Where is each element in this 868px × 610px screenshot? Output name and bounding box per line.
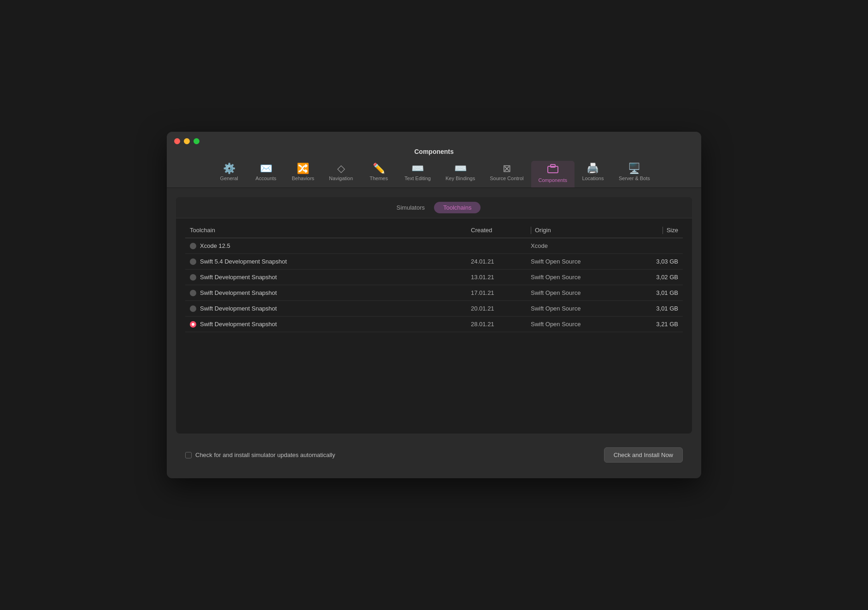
window-title: Components bbox=[414, 148, 454, 155]
toolbar-item-locations[interactable]: 🖨️ Locations bbox=[575, 161, 611, 188]
radio-indicator[interactable] bbox=[190, 243, 196, 249]
row-name-cell: Swift Development Snapshot bbox=[190, 289, 471, 296]
toolbar-item-key-bindings[interactable]: ⌨️ Key Bindings bbox=[438, 161, 482, 188]
auto-update-checkbox[interactable] bbox=[185, 452, 192, 458]
footer-bar: Check for and install simulator updates … bbox=[176, 441, 692, 469]
toolbar-item-text-editing[interactable]: ⌨️ Text Editing bbox=[397, 161, 438, 188]
radio-indicator[interactable] bbox=[190, 305, 196, 312]
locations-icon: 🖨️ bbox=[586, 164, 599, 174]
row-name-cell: Swift Development Snapshot bbox=[190, 321, 471, 328]
accounts-icon: ✉️ bbox=[260, 164, 272, 174]
behaviors-icon: 🔀 bbox=[297, 164, 309, 174]
radio-indicator-active[interactable] bbox=[190, 321, 196, 328]
table-row[interactable]: Swift Development Snapshot 13.01.21 Swif… bbox=[185, 270, 683, 285]
row-name-cell: Xcode 12.5 bbox=[190, 242, 471, 249]
row-name-cell: Swift 5.4 Development Snapshot bbox=[190, 258, 471, 265]
toolbar-item-server-bots[interactable]: 🖥️ Server & Bots bbox=[611, 161, 657, 188]
radio-indicator[interactable] bbox=[190, 290, 196, 296]
maximize-button[interactable] bbox=[194, 138, 199, 144]
toolbar-item-accounts[interactable]: ✉️ Accounts bbox=[247, 161, 284, 188]
col-header-origin: Origin bbox=[531, 227, 623, 235]
tab-bar: Simulators Toolchains bbox=[176, 197, 692, 218]
col-header-toolchain: Toolchain bbox=[190, 227, 471, 235]
text-editing-icon: ⌨️ bbox=[411, 164, 424, 174]
main-window: Components ⚙️ General ✉️ Accounts 🔀 Beha… bbox=[167, 132, 701, 479]
server-bots-icon: 🖥️ bbox=[628, 164, 640, 174]
traffic-lights bbox=[174, 138, 199, 144]
toolbar-item-source-control[interactable]: ⊠ Source Control bbox=[482, 161, 531, 188]
toolbar: ⚙️ General ✉️ Accounts 🔀 Behaviors ◇ Nav… bbox=[174, 161, 694, 188]
auto-update-checkbox-label[interactable]: Check for and install simulator updates … bbox=[185, 452, 335, 458]
table-row[interactable]: Swift Development Snapshot 17.01.21 Swif… bbox=[185, 285, 683, 301]
table-row[interactable]: Swift Development Snapshot 28.01.21 Swif… bbox=[185, 317, 683, 332]
row-name-cell: Swift Development Snapshot bbox=[190, 274, 471, 281]
col-header-created: Created bbox=[471, 227, 531, 235]
toolbar-item-behaviors[interactable]: 🔀 Behaviors bbox=[284, 161, 322, 188]
minimize-button[interactable] bbox=[184, 138, 190, 144]
tab-simulators[interactable]: Simulators bbox=[387, 202, 434, 213]
titlebar: Components ⚙️ General ✉️ Accounts 🔀 Beha… bbox=[167, 132, 701, 188]
table-spacer bbox=[185, 332, 683, 424]
toolchains-table: Toolchain Created Origin Size Xcode 12.5… bbox=[176, 218, 692, 434]
toolbar-item-components[interactable]: Components bbox=[531, 161, 575, 188]
table-row[interactable]: Swift Development Snapshot 20.01.21 Swif… bbox=[185, 301, 683, 317]
gear-icon: ⚙️ bbox=[223, 164, 235, 174]
table-row[interactable]: Swift 5.4 Development Snapshot 24.01.21 … bbox=[185, 254, 683, 270]
radio-indicator[interactable] bbox=[190, 274, 196, 281]
toolbar-item-themes[interactable]: ✏️ Themes bbox=[360, 161, 397, 188]
content-area: Simulators Toolchains Toolchain Created … bbox=[167, 188, 701, 479]
col-header-size: Size bbox=[623, 227, 678, 235]
table-header: Toolchain Created Origin Size bbox=[185, 223, 683, 239]
components-icon bbox=[547, 164, 558, 176]
toolbar-item-general[interactable]: ⚙️ General bbox=[211, 161, 247, 188]
navigation-icon: ◇ bbox=[337, 164, 345, 174]
components-panel: Simulators Toolchains Toolchain Created … bbox=[176, 197, 692, 434]
check-install-button[interactable]: Check and Install Now bbox=[604, 447, 683, 463]
toolbar-item-navigation[interactable]: ◇ Navigation bbox=[322, 161, 360, 188]
themes-icon: ✏️ bbox=[373, 164, 385, 174]
key-bindings-icon: ⌨️ bbox=[454, 164, 467, 174]
tab-toolchains[interactable]: Toolchains bbox=[434, 202, 481, 213]
table-row[interactable]: Xcode 12.5 Xcode bbox=[185, 238, 683, 254]
radio-indicator[interactable] bbox=[190, 258, 196, 265]
close-button[interactable] bbox=[174, 138, 180, 144]
row-name-cell: Swift Development Snapshot bbox=[190, 305, 471, 312]
source-control-icon: ⊠ bbox=[503, 164, 511, 174]
